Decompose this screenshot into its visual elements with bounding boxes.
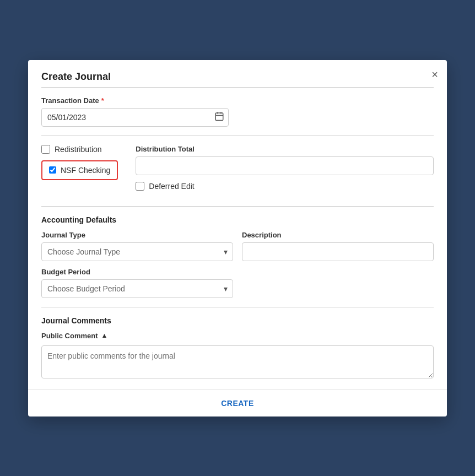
distribution-total-label: Distribution Total — [136, 145, 434, 153]
transaction-date-input[interactable] — [41, 108, 229, 127]
budget-period-select-wrapper: Choose Budget Period ▾ — [41, 279, 233, 298]
required-indicator: * — [101, 96, 104, 105]
transaction-date-label: Transaction Date * — [41, 96, 434, 105]
journal-type-field: Journal Type Choose Journal Type ▾ — [41, 231, 233, 261]
modal-header: Create Journal × — [28, 60, 447, 88]
redistribution-row: Redistribution — [41, 145, 118, 154]
nsf-checking-box: NSF Checking — [41, 160, 118, 180]
budget-period-label: Budget Period — [41, 268, 434, 276]
public-comment-textarea[interactable] — [41, 345, 434, 378]
nsf-checking-label: NSF Checking — [61, 166, 110, 175]
svg-rect-0 — [215, 113, 223, 121]
right-distribution: Distribution Total Deferred Edit — [136, 145, 434, 197]
public-comment-collapse-icon: ▲ — [101, 332, 108, 339]
close-button[interactable]: × — [431, 69, 438, 80]
modal-body: Transaction Date * — [28, 88, 447, 390]
section-divider-3 — [41, 307, 434, 307]
journal-type-select[interactable]: Choose Journal Type — [41, 242, 233, 261]
journal-type-label: Journal Type — [41, 231, 233, 239]
create-button[interactable]: CREATE — [214, 397, 261, 410]
journal-comments-section: Journal Comments Public Comment ▲ — [41, 316, 434, 381]
public-comment-toggle[interactable]: Public Comment ▲ — [41, 332, 434, 340]
create-journal-modal: Create Journal × Transaction Date * — [28, 60, 447, 416]
budget-period-select[interactable]: Choose Budget Period — [41, 279, 233, 298]
calendar-icon[interactable] — [214, 111, 224, 123]
journal-type-select-wrapper: Choose Journal Type ▾ — [41, 242, 233, 261]
redistribution-checkbox[interactable] — [41, 145, 50, 154]
deferred-edit-checkbox[interactable] — [136, 182, 144, 191]
date-input-wrapper — [41, 108, 229, 127]
accounting-defaults-grid: Journal Type Choose Journal Type ▾ Descr… — [41, 231, 434, 261]
left-checkboxes: Redistribution NSF Checking — [41, 145, 118, 180]
redistribution-label: Redistribution — [55, 145, 102, 154]
modal-footer: CREATE — [28, 390, 447, 416]
description-label: Description — [242, 231, 434, 239]
description-field: Description — [242, 231, 434, 261]
accounting-defaults-heading: Accounting Defaults — [41, 215, 434, 224]
modal-overlay: Create Journal × Transaction Date * — [0, 0, 475, 476]
nsf-checking-checkbox[interactable] — [49, 166, 56, 174]
budget-period-field: Budget Period Choose Budget Period ▾ — [41, 268, 434, 298]
public-comment-label: Public Comment — [41, 332, 98, 340]
deferred-edit-label: Deferred Edit — [149, 182, 194, 191]
accounting-defaults-section: Accounting Defaults Journal Type Choose … — [41, 215, 434, 298]
checkboxes-and-distribution: Redistribution NSF Checking Distribution… — [41, 145, 434, 197]
modal-title: Create Journal — [41, 71, 434, 83]
deferred-edit-row: Deferred Edit — [136, 182, 434, 191]
transaction-date-field: Transaction Date * — [41, 96, 434, 127]
distribution-total-input[interactable] — [136, 156, 434, 175]
description-input[interactable] — [242, 242, 434, 261]
journal-comments-heading: Journal Comments — [41, 316, 434, 325]
section-divider-1 — [41, 136, 434, 136]
section-divider-2 — [41, 206, 434, 207]
